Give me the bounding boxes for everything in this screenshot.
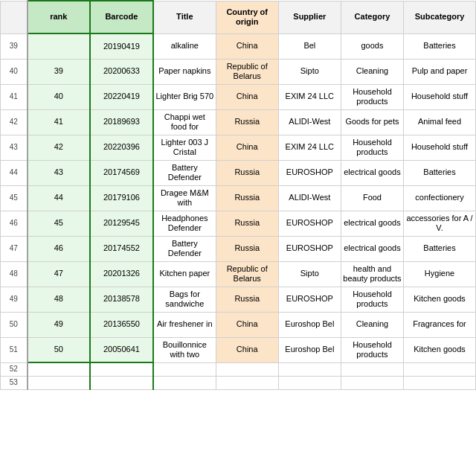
cell-title[interactable]: Bags for sandwiche [153,287,216,312]
cell-title[interactable]: Battery Defender [153,236,216,261]
cell-supplier[interactable]: ALIDI-West [278,109,341,135]
cell-supplier[interactable]: EUROSHOP [278,287,341,312]
cell-subcategory[interactable]: accessories for A / V. [404,211,476,236]
cell-supplier[interactable]: Euroshop Bel [278,337,341,362]
cell-rank[interactable]: 49 [28,312,90,337]
table-row: 424120189693Chappi wet food forRussiaALI… [1,109,476,135]
cell-supplier[interactable]: EUROSHOP [278,160,341,185]
cell-country[interactable]: China [216,84,278,109]
cell-barcode[interactable]: 20189693 [90,109,153,135]
col-g-header[interactable]: Subcategory [404,1,476,33]
cell-subcategory[interactable]: Pulp and paper [404,59,476,84]
cell-rank[interactable]: 50 [28,337,90,362]
cell-supplier[interactable]: Sipto [278,261,341,287]
cell-category[interactable]: Goods for pets [341,109,403,135]
cell-barcode[interactable]: 20190419 [90,33,153,59]
cell-subcategory[interactable]: Fragrances for [404,312,476,337]
cell-category[interactable]: goods [341,33,403,59]
cell-supplier[interactable]: EXIM 24 LLC [278,84,341,109]
cell-rank[interactable]: 43 [28,160,90,185]
cell-category[interactable]: Household products [341,135,403,160]
col-e-header[interactable]: Supplier [278,1,341,33]
cell-barcode[interactable]: 20220396 [90,135,153,160]
cell-category[interactable]: electrical goods [341,236,403,261]
cell-rank[interactable]: 47 [28,261,90,287]
cell-barcode[interactable]: 20174552 [90,236,153,261]
cell-subcategory[interactable]: Hygiene [404,261,476,287]
cell-subcategory[interactable]: Animal feed [404,109,476,135]
cell-category[interactable]: Household products [341,287,403,312]
cell-subcategory[interactable]: Kitchen goods [404,337,476,362]
col-c-header[interactable]: Title [153,1,216,33]
cell-supplier[interactable]: EUROSHOP [278,236,341,261]
col-a-header[interactable]: rank [28,1,90,33]
cell-barcode[interactable]: 20136550 [90,312,153,337]
cell-subcategory[interactable]: confectionery [404,185,476,211]
cell-title[interactable]: Paper napkins [153,59,216,84]
row-number: 45 [1,185,28,211]
col-f-header[interactable]: Category [341,1,403,33]
cell-rank[interactable]: 42 [28,135,90,160]
cell-barcode[interactable]: 20129545 [90,211,153,236]
cell-title[interactable]: Battery Defender [153,160,216,185]
cell-country[interactable]: Russia [216,109,278,135]
col-d-header[interactable]: Country of origin [216,1,278,33]
cell-rank[interactable]: 40 [28,84,90,109]
cell-barcode[interactable]: 20200633 [90,59,153,84]
cell-country[interactable]: Russia [216,236,278,261]
cell-title[interactable]: Lighter Brig 570 [153,84,216,109]
cell-title[interactable]: Air freshener in [153,312,216,337]
cell-rank[interactable]: 48 [28,287,90,312]
cell-title[interactable]: Dragee M&M with [153,185,216,211]
cell-title[interactable]: Bouillonnice with two [153,337,216,362]
cell-country[interactable]: Russia [216,287,278,312]
cell-title[interactable]: Lighter 003 J Cristal [153,135,216,160]
cell-barcode[interactable]: 20174569 [90,160,153,185]
cell-category[interactable]: electrical goods [341,211,403,236]
cell-country[interactable]: Russia [216,211,278,236]
cell-category[interactable]: Household products [341,84,403,109]
cell-category[interactable]: health and beauty products [341,261,403,287]
cell-rank[interactable]: 39 [28,59,90,84]
cell-rank[interactable]: 45 [28,211,90,236]
cell-subcategory[interactable]: Batteries [404,160,476,185]
cell-barcode[interactable]: 20138578 [90,287,153,312]
cell-title[interactable]: Headphones Defender [153,211,216,236]
cell-barcode[interactable]: 20220419 [90,84,153,109]
cell-rank[interactable] [28,33,90,59]
cell-barcode[interactable]: 20179106 [90,185,153,211]
cell-supplier[interactable]: Bel [278,33,341,59]
cell-subcategory[interactable]: Household stuff [404,135,476,160]
cell-barcode[interactable]: 20201326 [90,261,153,287]
cell-category[interactable]: Household products [341,337,403,362]
cell-country[interactable]: China [216,135,278,160]
cell-subcategory[interactable]: Batteries [404,33,476,59]
cell-country[interactable]: Russia [216,185,278,211]
cell-title[interactable]: Kitchen paper [153,261,216,287]
cell-country[interactable]: Russia [216,160,278,185]
cell-country[interactable]: China [216,33,278,59]
cell-country[interactable]: China [216,312,278,337]
cell-supplier[interactable]: Sipto [278,59,341,84]
cell-supplier[interactable]: EXIM 24 LLC [278,135,341,160]
cell-rank[interactable]: 44 [28,185,90,211]
cell-rank[interactable]: 46 [28,236,90,261]
cell-barcode[interactable]: 20050641 [90,337,153,362]
cell-country[interactable]: Republic of Belarus [216,261,278,287]
cell-category[interactable]: Cleaning [341,312,403,337]
cell-category[interactable]: electrical goods [341,160,403,185]
cell-country[interactable]: China [216,337,278,362]
cell-category[interactable]: Food [341,185,403,211]
cell-supplier[interactable]: ALIDI-West [278,185,341,211]
cell-supplier[interactable]: EUROSHOP [278,211,341,236]
cell-category[interactable]: Cleaning [341,59,403,84]
cell-subcategory[interactable]: Household stuff [404,84,476,109]
cell-subcategory[interactable]: Kitchen goods [404,287,476,312]
cell-title[interactable]: Chappi wet food for [153,109,216,135]
cell-rank[interactable]: 41 [28,109,90,135]
cell-country[interactable]: Republic of Belarus [216,59,278,84]
col-b-header[interactable]: Barcode [90,1,153,33]
cell-supplier[interactable]: Euroshop Bel [278,312,341,337]
cell-title[interactable]: alkaline [153,33,216,59]
cell-subcategory[interactable]: Batteries [404,236,476,261]
